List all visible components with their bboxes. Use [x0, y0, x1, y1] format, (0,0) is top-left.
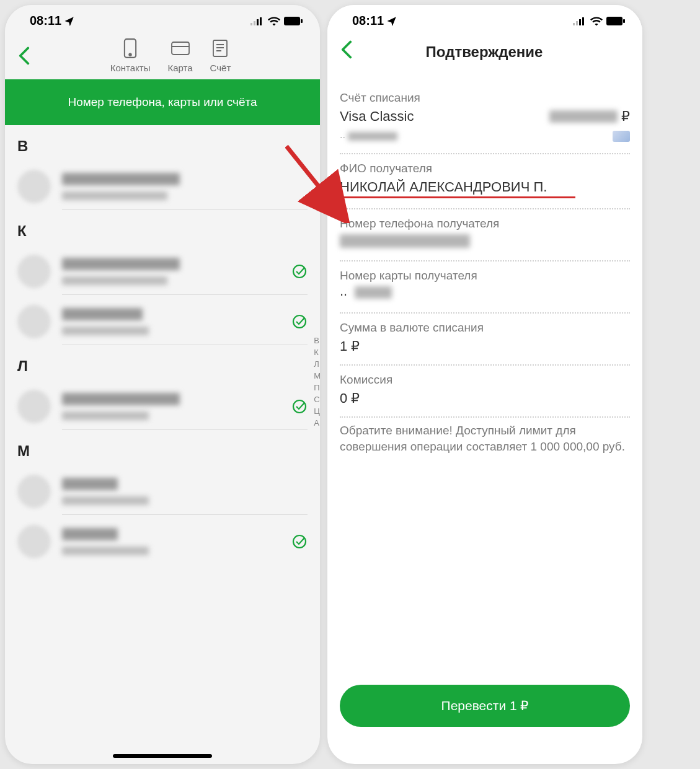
- amount-value: 1 ₽: [340, 338, 630, 354]
- field-fee: Комиссия 0 ₽: [340, 367, 630, 415]
- contact-row[interactable]: [5, 515, 320, 565]
- tab-contacts-label: Контакты: [110, 63, 151, 73]
- card-num-blurred: [355, 286, 392, 299]
- top-nav: Контакты Карта Счёт: [5, 32, 320, 79]
- separator: [340, 416, 630, 418]
- contact-row[interactable]: [5, 245, 320, 294]
- separator: [340, 208, 630, 209]
- svg-point-15: [293, 315, 306, 328]
- field-recipient-phone: Номер телефона получателя: [340, 211, 630, 259]
- card-icon: [171, 42, 190, 55]
- section-header: Л: [5, 345, 320, 380]
- sber-check-icon: [291, 314, 308, 330]
- status-time: 08:11: [352, 14, 384, 28]
- contacts-screen: 08:11 Контакты Карта: [5, 5, 320, 764]
- phone-icon: [123, 38, 137, 58]
- sber-check-icon: [291, 263, 308, 279]
- status-bar: 08:11: [327, 5, 642, 32]
- avatar: [17, 255, 51, 288]
- status-bar: 08:11: [5, 5, 320, 32]
- tab-card-label: Карта: [167, 63, 192, 73]
- phone-blurred: [340, 234, 470, 248]
- contact-row[interactable]: [5, 465, 320, 514]
- svg-point-14: [293, 265, 306, 278]
- field-recipient-name: ФИО получателя НИКОЛАЙ АЛЕКСАНДРОВИЧ П.: [340, 156, 630, 207]
- annotation-underline: [340, 196, 575, 198]
- svg-rect-22: [582, 17, 584, 25]
- svg-point-17: [293, 535, 306, 548]
- battery-icon: [284, 17, 303, 25]
- tab-account[interactable]: Счёт: [210, 39, 231, 73]
- separator: [340, 364, 630, 366]
- svg-rect-21: [579, 19, 581, 25]
- source-account-name: Visa Classic: [340, 108, 414, 125]
- signal-icon: [250, 17, 264, 25]
- section-header: К: [5, 210, 320, 245]
- sber-check-icon: [291, 398, 308, 415]
- field-source-account: Счёт списания Visa Classic ₽ ··: [340, 85, 630, 152]
- svg-rect-19: [573, 23, 575, 25]
- page-title: Подтверждение: [355, 43, 614, 61]
- separator: [340, 153, 630, 154]
- svg-rect-10: [213, 40, 227, 56]
- svg-rect-0: [250, 23, 252, 25]
- balance-blurred: [549, 110, 618, 123]
- signal-icon: [573, 17, 587, 25]
- contacts-list[interactable]: В К Л: [5, 125, 320, 565]
- transfer-button[interactable]: Перевести 1 ₽: [340, 685, 630, 727]
- svg-point-7: [129, 54, 131, 56]
- svg-rect-23: [606, 17, 622, 25]
- svg-rect-20: [576, 21, 578, 25]
- notice-text: Обратите внимание! Доступный лимит для с…: [340, 419, 630, 454]
- separator: [340, 260, 630, 261]
- svg-rect-8: [172, 42, 189, 55]
- card-thumbnail-icon: [613, 131, 630, 142]
- contact-row[interactable]: [5, 380, 320, 429]
- sber-check-icon: [291, 534, 308, 550]
- separator: [340, 312, 630, 314]
- section-header: М: [5, 430, 320, 465]
- field-recipient-card: Номер карты получателя ··: [340, 263, 630, 311]
- avatar: [17, 390, 51, 423]
- section-header: В: [5, 125, 320, 160]
- home-indicator[interactable]: [113, 754, 212, 758]
- svg-rect-4: [284, 17, 300, 25]
- battery-icon: [606, 17, 625, 25]
- location-icon: [64, 15, 75, 27]
- confirm-header: Подтверждение: [327, 32, 642, 76]
- alpha-index[interactable]: В К Л М П С Ц А: [314, 336, 320, 428]
- account-num-blurred: [348, 132, 397, 141]
- svg-rect-24: [623, 19, 625, 23]
- confirmation-screen: 08:11 Подтверждение Счёт списания Visa C…: [327, 5, 642, 764]
- fee-value: 0 ₽: [340, 390, 630, 406]
- avatar: [17, 475, 51, 508]
- account-icon: [213, 40, 228, 57]
- tab-account-label: Счёт: [210, 63, 231, 73]
- contact-row[interactable]: [5, 295, 320, 345]
- wifi-icon: [268, 16, 280, 26]
- avatar: [17, 170, 51, 203]
- back-button[interactable]: [16, 39, 32, 70]
- search-input[interactable]: Номер телефона, карты или счёта: [5, 79, 320, 125]
- svg-rect-2: [257, 19, 259, 25]
- avatar: [17, 305, 51, 338]
- svg-rect-5: [301, 19, 303, 23]
- location-icon: [386, 15, 397, 27]
- recipient-name-value: НИКОЛАЙ АЛЕКСАНДРОВИЧ П.: [340, 179, 630, 195]
- tab-contacts[interactable]: Контакты: [110, 39, 151, 73]
- back-button[interactable]: [339, 40, 355, 64]
- svg-point-16: [293, 400, 306, 413]
- tab-card[interactable]: Карта: [167, 39, 192, 73]
- avatar: [17, 525, 51, 558]
- contact-row[interactable]: [5, 160, 320, 209]
- wifi-icon: [590, 16, 603, 26]
- status-time: 08:11: [30, 14, 61, 28]
- svg-rect-3: [260, 17, 262, 25]
- svg-rect-1: [254, 21, 255, 25]
- field-amount: Сумма в валюте списания 1 ₽: [340, 315, 630, 363]
